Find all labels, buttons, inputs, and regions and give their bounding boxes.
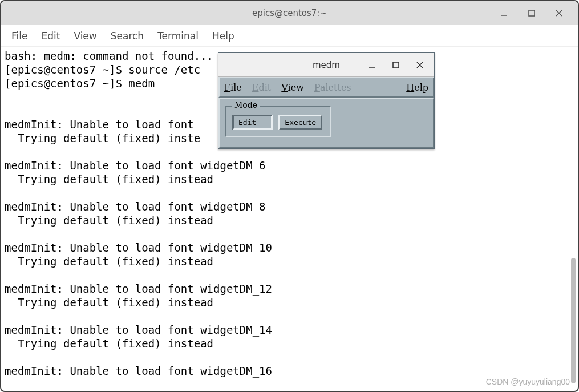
- medm-menubar: File Edit View Palettes Help: [218, 77, 434, 98]
- mode-execute-button[interactable]: Execute: [278, 115, 322, 130]
- scrollbar-thumb[interactable]: [571, 258, 576, 383]
- terminal-window-controls: [497, 1, 573, 25]
- mode-edit-button[interactable]: Edit: [232, 115, 273, 130]
- mode-buttons: Edit Execute: [232, 115, 325, 130]
- medm-titlebar: medm: [218, 53, 434, 77]
- medm-maximize-button[interactable]: [388, 58, 403, 72]
- medm-menu-file[interactable]: File: [224, 82, 242, 93]
- menu-terminal[interactable]: Terminal: [157, 30, 199, 42]
- mode-legend: Mode: [232, 100, 260, 110]
- medm-window-controls: [365, 53, 431, 76]
- maximize-button[interactable]: [524, 6, 539, 21]
- medm-window: medm File Edit View Palettes Help Mode E…: [218, 52, 435, 149]
- medm-body: Mode Edit Execute: [218, 98, 434, 148]
- terminal-titlebar: epics@centos7:~: [1, 1, 578, 25]
- minimize-button[interactable]: [497, 6, 512, 21]
- medm-menu-palettes[interactable]: Palettes: [314, 82, 351, 93]
- watermark: CSDN @yuyuyuliang00: [486, 377, 570, 386]
- menu-view[interactable]: View: [74, 30, 96, 42]
- terminal-menubar: File Edit View Search Terminal Help: [1, 25, 578, 47]
- close-icon: [555, 9, 563, 17]
- medm-minimize-button[interactable]: [365, 58, 379, 72]
- minimize-icon: [368, 61, 376, 69]
- terminal-title: epics@centos7:~: [252, 8, 327, 18]
- svg-rect-1: [529, 10, 535, 16]
- close-icon: [416, 61, 424, 69]
- medm-menu-edit[interactable]: Edit: [252, 82, 271, 93]
- menu-search[interactable]: Search: [111, 30, 144, 42]
- close-button[interactable]: [552, 6, 566, 21]
- svg-rect-5: [393, 62, 399, 68]
- medm-title-text: medm: [313, 60, 340, 70]
- mode-frame: Mode Edit Execute: [225, 106, 331, 137]
- menu-help[interactable]: Help: [212, 30, 234, 42]
- medm-close-button[interactable]: [412, 58, 427, 72]
- maximize-icon: [528, 9, 536, 17]
- menu-edit[interactable]: Edit: [41, 30, 60, 42]
- minimize-icon: [500, 9, 508, 17]
- maximize-icon: [392, 61, 400, 69]
- terminal-scrollbar[interactable]: [571, 52, 576, 389]
- medm-menu-view[interactable]: View: [281, 82, 304, 93]
- menu-file[interactable]: File: [11, 30, 27, 42]
- medm-menu-help[interactable]: Help: [406, 82, 428, 93]
